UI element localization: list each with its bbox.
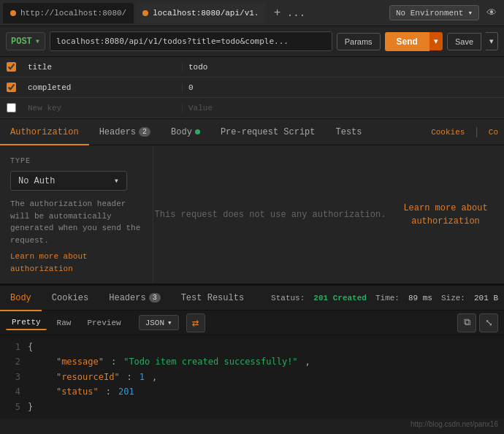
code-line-1: 1 { [7,340,497,354]
format-select[interactable]: JSON ▾ [139,315,179,330]
bottom-tab-body[interactable]: Body [0,285,42,311]
tab-tests[interactable]: Tests [326,119,373,145]
code-punc-1: { [28,340,33,354]
expand-icon[interactable]: ⤡ [479,313,498,332]
params-row-new: New key Value [0,98,504,118]
auth-type-label: TYPE [10,157,142,165]
tab-tests-label: Tests [336,127,362,137]
method-chevron-icon: ▾ [35,36,40,47]
bottom-tab-test-results[interactable]: Test Results [171,285,254,311]
format-chevron-icon: ▾ [167,318,172,327]
code-line-2: 2 "message" : "Todo item created success… [7,354,497,369]
add-tab-button[interactable]: + [267,4,286,23]
env-label: No Environment [396,9,463,18]
auth-center-text: This request does not use any authorizat… [155,210,386,220]
format-raw-label: Raw [57,319,72,327]
send-dropdown-button[interactable]: ▾ [429,32,443,50]
more-tabs-button[interactable]: ... [286,4,305,23]
code-line-5: 5 } [7,400,497,414]
tab-bar: http://localhost:8080/ localhost:8080/ap… [0,0,504,26]
params-val-new: Value [183,104,504,113]
params-check-completed[interactable] [0,83,22,92]
eye-icon[interactable]: 👁 [482,4,501,23]
bottom-headers-badge: 3 [149,293,161,302]
bottom-tab-cookies[interactable]: Cookies [42,285,99,311]
method-select[interactable]: POST ▾ [6,32,45,50]
cookies-link[interactable]: Cookies [425,128,470,137]
format-icons: ⧉ ⤡ [457,313,498,332]
tab-2[interactable]: localhost:8080/api/v1. [135,3,266,23]
line-num-5: 5 [7,400,20,414]
format-tab-raw[interactable]: Raw [51,316,77,330]
auth-right-link[interactable]: Learn more about authorization [397,202,494,228]
code-line-4: 4 "status" : 201 [7,384,497,399]
code-val-message: "Todo item created successfully!" [123,354,297,369]
size-label: Size: [441,294,465,302]
tab-label-2: localhost:8080/api/v1. [153,9,259,18]
auth-chevron-icon: ▾ [114,175,119,186]
tab-dot-1 [10,10,16,16]
code-punc-5: } [28,400,33,414]
bottom-tabs: Body Cookies Headers 3 Test Results Stat… [0,284,504,311]
time-label: Time: [375,294,400,302]
status-row: Status: 201 Created Time: 89 ms Size: 20… [271,294,504,302]
sub-tabs: Authorization Headers 2 Body Pre-request… [0,119,504,145]
auth-center-panel: This request does not use any authorizat… [153,145,387,283]
status-label: Status: [271,294,305,302]
params-row-completed: completed 0 [0,77,504,98]
tab-pre-request-script[interactable]: Pre-request Script [210,119,326,145]
auth-type-dropdown[interactable]: No Auth ▾ [10,171,127,191]
tab-dot-2 [142,10,148,16]
format-icon-button[interactable]: ⇄ [186,313,205,332]
line-num-1: 1 [7,340,20,354]
params-key-title: title [22,63,183,72]
tab-pre-request-label: Pre-request Script [221,127,316,137]
params-table: title todo completed 0 New key Value [0,57,504,119]
params-check-title[interactable] [0,62,22,72]
co-label[interactable]: Co [483,128,504,137]
copy-icon[interactable]: ⧉ [457,313,476,332]
line-num-3: 3 [7,370,20,384]
params-val-completed: 0 [183,83,504,92]
code-line-3: 3 "resourceId" : 1, [7,370,497,384]
chevron-down-icon: ▾ [467,8,473,18]
bottom-tab-headers-label: Headers [109,293,145,303]
env-dropdown[interactable]: No Environment ▾ [389,5,479,20]
auth-left-panel: TYPE No Auth ▾ The authorization header … [0,145,153,283]
request-bar: POST ▾ Params Send ▾ Save ▾ [0,26,504,57]
code-key-message: "message" [56,354,104,369]
params-button[interactable]: Params [337,33,381,50]
tab-body[interactable]: Body [161,119,210,145]
watermark: http://blog.csdn.net/panx16 [411,420,498,428]
auth-description: The authorization header will be automat… [10,198,142,246]
tab-1[interactable]: http://localhost:8080/ [3,3,134,23]
params-check-new[interactable] [0,103,22,113]
tab-body-label: Body [171,127,192,137]
send-button[interactable]: Send [385,32,429,51]
params-row-title: title todo [0,57,504,77]
tab-label-1: http://localhost:8080/ [20,9,126,18]
format-pretty-label: Pretty [12,318,41,327]
format-select-value: JSON [145,319,164,327]
params-val-title: todo [183,63,504,72]
bottom-tab-cookies-label: Cookies [52,293,88,303]
tab-headers[interactable]: Headers 2 [89,119,161,145]
tab-authorization-label: Authorization [10,127,79,137]
method-label: POST [11,37,32,47]
env-selector: No Environment ▾ 👁 [389,4,501,23]
code-sep-status: : [106,384,111,399]
format-tab-preview[interactable]: Preview [81,316,126,330]
size-value: 201 B [474,294,498,302]
divider: | [470,126,482,138]
code-key-resourceId: "resourceId" [56,370,120,384]
url-input[interactable] [50,31,332,51]
format-tab-pretty[interactable]: Pretty [6,316,47,330]
code-sep-resourceId: : [127,370,132,384]
save-dropdown-button[interactable]: ▾ [486,32,498,50]
tab-authorization[interactable]: Authorization [0,119,89,145]
code-sep-message: : [111,354,116,369]
auth-right-panel: Learn more about authorization [387,145,504,283]
bottom-tab-headers[interactable]: Headers 3 [99,285,170,311]
save-button[interactable]: Save [447,33,481,50]
auth-learn-more-link[interactable]: Learn more about authorization [10,252,88,273]
